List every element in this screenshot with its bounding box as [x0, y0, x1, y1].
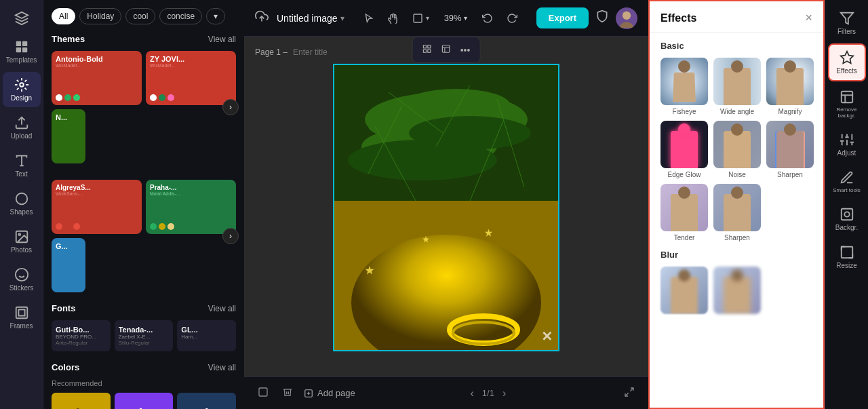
colors-view-all[interactable]: View all: [208, 363, 236, 372]
sidebar-item-filters[interactable]: Filters: [828, 5, 866, 41]
color-card-3[interactable]: A: [177, 393, 236, 409]
sidebar-remove-bg-label: Remove backgr.: [831, 106, 863, 119]
font-card-1[interactable]: Guti-Bo... BEYOND PRO... Anta-Regular: [52, 320, 111, 351]
filter-chip-all[interactable]: All: [52, 8, 75, 24]
effect-item-sharpen[interactable]: Sharpen: [766, 121, 814, 178]
color-card-2[interactable]: Aa: [115, 393, 174, 409]
shield-icon[interactable]: [595, 9, 609, 26]
add-page-label: Add page: [317, 388, 355, 398]
sidebar-item-upload-label: Upload: [11, 132, 33, 140]
page-title-bar: Page 1 –: [255, 47, 395, 57]
save-to-cloud-button[interactable]: [255, 384, 271, 403]
person-figure: [724, 68, 751, 105]
theme-card-3[interactable]: N...: [52, 109, 85, 163]
effects-header: Effects ×: [650, 1, 823, 33]
sidebar-item-text[interactable]: Text: [3, 148, 41, 183]
theme-card-4[interactable]: AlgreyaS... WorkSans-...: [52, 180, 142, 234]
effects-close-button[interactable]: ×: [805, 11, 812, 25]
export-button[interactable]: Export: [536, 7, 589, 28]
zoom-control[interactable]: 39% ▾: [439, 10, 473, 26]
theme-card-6[interactable]: G...: [52, 238, 85, 292]
sidebar-item-remove-bg[interactable]: Remove backgr.: [828, 84, 866, 124]
theme-name-4: AlgreyaS...: [56, 184, 138, 191]
filter-chip-more[interactable]: ▾: [206, 8, 225, 24]
effect-item-magnify[interactable]: Magnify: [766, 58, 814, 115]
file-name[interactable]: Untitled image ▾: [277, 13, 344, 24]
color-dot: [150, 223, 157, 230]
blur-thumb-2[interactable]: [713, 267, 761, 314]
prev-page-button[interactable]: ‹: [467, 385, 476, 402]
sidebar-item-smart-tools[interactable]: Smart tools: [828, 165, 866, 199]
effect-item-fisheye[interactable]: Fisheye: [660, 58, 708, 115]
theme-card-5[interactable]: Praha-... Mulat Addis-...: [146, 180, 236, 234]
sidebar-item-resize[interactable]: Resize: [828, 239, 866, 275]
layout-button[interactable]: [439, 41, 454, 58]
color-dot: [64, 223, 71, 230]
delete-page-button[interactable]: [279, 384, 296, 403]
select-tool-button[interactable]: [359, 9, 378, 28]
font-sub2-2: Stilu-Regular: [119, 340, 170, 346]
themes-view-all[interactable]: View all: [208, 35, 236, 44]
font-card-2[interactable]: Tenada-... Zaebel X-E... Stilu-Regular: [115, 320, 174, 351]
effect-item-noise[interactable]: Noise: [713, 121, 761, 178]
sidebar-item-background[interactable]: Backgr.: [828, 201, 866, 237]
canvas-wrapper: •••: [333, 64, 559, 351]
sidebar-item-templates[interactable]: Templates: [3, 34, 41, 69]
themes-header: Themes View all: [52, 34, 236, 44]
user-avatar[interactable]: [616, 7, 637, 29]
filter-chip-cool[interactable]: cool: [125, 8, 155, 24]
font-main-1: Guti-Bo...: [56, 326, 106, 334]
sidebar-item-home[interactable]: [3, 5, 41, 31]
effect-item-wide-angle[interactable]: Wide angle: [713, 58, 761, 115]
more-options-button[interactable]: •••: [458, 41, 473, 58]
fonts-view-all[interactable]: View all: [208, 304, 236, 313]
redo-button[interactable]: [502, 9, 521, 28]
sidebar-item-design[interactable]: Design: [3, 72, 41, 107]
filter-chip-holiday[interactable]: Holiday: [79, 8, 121, 24]
undo-button[interactable]: [478, 9, 497, 28]
person-head: [731, 187, 743, 199]
sidebar-item-photos[interactable]: Photos: [3, 224, 41, 259]
sidebar-item-effects[interactable]: Effects: [828, 43, 866, 81]
color-card-1[interactable]: Aa: [52, 393, 111, 409]
theme-card-1[interactable]: Antonio-Bold WixMadef...: [52, 51, 142, 105]
filter-chip-concise[interactable]: concise: [159, 8, 202, 24]
sidebar-item-frames[interactable]: Frames: [3, 300, 41, 335]
effect-item-sharpen2[interactable]: Sharpen: [713, 184, 761, 241]
blur-thumb-1[interactable]: [660, 267, 708, 314]
svg-point-19: [620, 22, 633, 27]
person-head: [678, 187, 690, 199]
chevron-down-icon: ▾: [214, 12, 218, 21]
sidebar-item-stickers[interactable]: Stickers: [3, 262, 41, 297]
themes-row2-next-button[interactable]: ›: [222, 228, 239, 244]
page-title-input[interactable]: [293, 47, 395, 57]
svg-rect-3: [22, 47, 26, 52]
sidebar-item-shapes[interactable]: Shapes: [3, 186, 41, 221]
theme-sub-4: WorkSans-...: [56, 191, 138, 196]
fullscreen-button[interactable]: [621, 384, 637, 403]
cloud-upload-icon[interactable]: [255, 9, 269, 26]
svg-rect-21: [428, 45, 431, 48]
person-head: [784, 60, 796, 73]
font-sub1-3: Ham...: [181, 334, 232, 340]
effect-label-magnify: Magnify: [778, 108, 802, 115]
svg-rect-22: [423, 50, 426, 52]
person-head: [678, 269, 690, 281]
top-bar: Untitled image ▾ ▾ 39% ▾: [244, 0, 648, 37]
font-card-3[interactable]: GL... Ham...: [177, 320, 236, 351]
add-page-button[interactable]: Add page: [304, 388, 355, 398]
hand-tool-button[interactable]: [384, 9, 403, 28]
themes-next-button[interactable]: ›: [222, 99, 239, 115]
frame-tool-button[interactable]: ▾: [408, 9, 433, 28]
effect-item-edge-glow[interactable]: Edge Glow: [660, 121, 708, 178]
color-dot: [150, 94, 157, 101]
sidebar-item-adjust[interactable]: Adjust: [828, 127, 866, 162]
sidebar-item-upload[interactable]: Upload: [3, 110, 41, 145]
effect-item-tender[interactable]: Tender: [660, 184, 708, 241]
next-page-button[interactable]: ›: [500, 385, 509, 402]
grid-view-button[interactable]: [420, 41, 435, 58]
svg-line-51: [630, 388, 633, 391]
svg-rect-23: [428, 50, 431, 52]
person-figure: [671, 131, 698, 168]
theme-card-2[interactable]: ZY JOVI... WixMadef...: [146, 51, 236, 105]
